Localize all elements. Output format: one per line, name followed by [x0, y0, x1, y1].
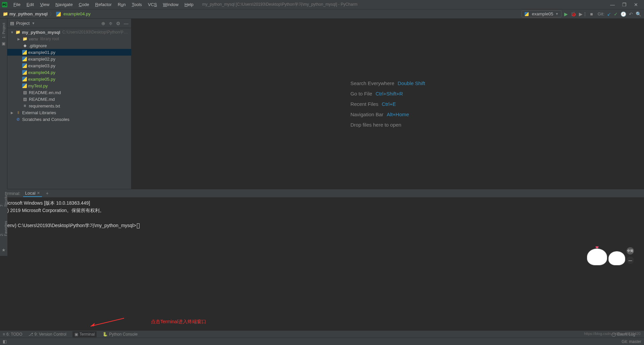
terminal-line: (c) 2019 Microsoft Corporation。保留所有权利。	[3, 207, 641, 214]
minimize-button[interactable]: —	[610, 2, 615, 7]
run-config-selector[interactable]: example05 ▼	[522, 10, 562, 17]
tree-external-libs[interactable]: ▶ ⫴ External Libraries	[7, 109, 131, 116]
left-bottom-gutter: 7: Structure 2: Favorites ★	[0, 189, 7, 256]
breadcrumb-file[interactable]: example04.py	[63, 11, 91, 16]
python-file-icon	[22, 50, 27, 55]
tool-version-control[interactable]: ⎇ 9: Version Control	[29, 332, 66, 337]
svg-line-0	[91, 318, 124, 326]
tree-item[interactable]: ◆.gitignore	[7, 42, 131, 49]
hide-button[interactable]: —	[124, 21, 128, 26]
menu-tools[interactable]: Tools	[129, 1, 145, 8]
tree-item[interactable]: ▶📁venvlibrary root	[7, 36, 131, 42]
mascot-cat-2	[608, 251, 625, 265]
maximize-button[interactable]: ❐	[622, 2, 627, 7]
project-panel-tools: ⊕ ≑ ⚙ —	[101, 21, 128, 26]
tool-python-console[interactable]: 🐍 Python Console	[103, 332, 138, 337]
tree-root[interactable]: ▼ 📁 my_python_mysql C:\Users\20193\Deskt…	[7, 29, 131, 36]
shortcut-hint: Search EverywhereDouble Shift	[351, 80, 425, 86]
tree-item-label: example05.py	[28, 77, 55, 82]
chevron-down-icon: ▼	[32, 21, 35, 25]
collapse-button[interactable]: ≑	[109, 21, 113, 26]
git-branch[interactable]: Git: master	[622, 339, 641, 344]
gutter-project[interactable]: 1: Project	[2, 21, 6, 40]
menu-file[interactable]: File	[11, 1, 23, 8]
tree-item[interactable]: ≡requirements.txt	[7, 102, 131, 109]
menu-window[interactable]: Window	[160, 1, 181, 8]
drop-hint: Drop files here to open	[351, 122, 401, 128]
project-panel-title[interactable]: ▤ Project ▼	[10, 21, 35, 26]
close-tab-icon[interactable]: ✕	[37, 191, 40, 195]
menu-help[interactable]: Help	[182, 1, 196, 8]
terminal-tab-local[interactable]: Local ✕	[23, 190, 42, 197]
tree-item[interactable]: example02.py	[7, 56, 131, 62]
terminal-output[interactable]: Microsoft Windows [版本 10.0.18363.449](c)…	[0, 197, 644, 266]
git-update-button[interactable]: ↙	[607, 11, 611, 17]
terminal-tabs: Terminal: Local ✕ +	[0, 189, 644, 197]
tree-root-path: C:\Users\20193\Desktop\Python学习\m	[62, 29, 131, 35]
git-commit-button[interactable]: ✓	[614, 11, 618, 17]
gutter-structure[interactable]: 7: Structure	[0, 189, 8, 208]
star-icon: ★	[2, 248, 6, 253]
mascot-bubble-2: —	[627, 257, 634, 264]
locate-button[interactable]: ⊕	[101, 21, 105, 26]
menu-refactor[interactable]: Refactor	[93, 1, 114, 8]
tree-item[interactable]: example01.py	[7, 49, 131, 56]
add-terminal-button[interactable]: +	[46, 191, 49, 196]
shortcut-hint: Go to FileCtrl+Shift+R	[351, 91, 425, 96]
run-button[interactable]: ▶	[564, 11, 568, 17]
tree-item[interactable]: myTest.py	[7, 82, 131, 89]
expand-arrow-icon[interactable]: ▼	[10, 30, 14, 34]
menu-edit[interactable]: Edit	[24, 1, 37, 8]
txt-icon: ≡	[22, 104, 28, 108]
tree-item-label: example01.py	[28, 50, 55, 55]
watermark: https://blog.csdn.net/qq_45821420	[584, 332, 641, 336]
breadcrumb-separator: 〉	[50, 11, 54, 17]
run-coverage-button[interactable]: ▶⋮	[579, 11, 587, 17]
toolbar-right: example05 ▼ ▶ 🐞 ▶⋮ ■ Git: ↙ ✓ 🕘 ↶ 🔍	[522, 10, 641, 17]
tree-item[interactable]: example04.py	[7, 69, 131, 76]
tree-item[interactable]: example05.py	[7, 76, 131, 82]
menu-navigate[interactable]: Navigate	[53, 1, 75, 8]
md-icon: ▤	[22, 97, 28, 101]
scratches-icon: ⊘	[15, 117, 21, 122]
search-button[interactable]: 🔍	[636, 11, 641, 17]
python-file-icon	[22, 77, 27, 81]
tree-item[interactable]: ▤README.md	[7, 96, 131, 102]
debug-button[interactable]: 🐞	[571, 11, 576, 17]
settings-button[interactable]: ⚙	[116, 21, 120, 26]
terminal-panel: Terminal: Local ✕ + Microsoft Windows [版…	[0, 189, 644, 266]
status-icon[interactable]: ◧	[3, 339, 7, 344]
project-view-icon: ▤	[10, 21, 14, 26]
terminal-line: (venv) C:\Users\20193\Desktop\Python学习\m…	[3, 222, 641, 229]
breadcrumb-project[interactable]: my_python_mysql	[9, 11, 48, 16]
menu-run[interactable]: Run	[115, 1, 128, 8]
navigation-bar: 📁 my_python_mysql 〉 example04.py example…	[0, 9, 644, 19]
stop-button[interactable]: ■	[590, 11, 593, 17]
expand-arrow-icon[interactable]: ▶	[17, 37, 21, 41]
menu-view[interactable]: View	[37, 1, 52, 8]
menu-code[interactable]: Code	[76, 1, 92, 8]
tree-item[interactable]: ▤README.en.md	[7, 89, 131, 96]
menu-vcs[interactable]: VCS	[145, 1, 160, 8]
folder-icon: 📁	[3, 11, 8, 16]
tool-todo[interactable]: ≡ 6: TODO	[3, 332, 22, 337]
tree-item-label: README.en.md	[29, 90, 61, 95]
tree-root-label: my_python_mysql	[22, 30, 60, 35]
project-panel: ▤ Project ▼ ⊕ ≑ ⚙ — ▼ 📁 my_python_mysql …	[7, 19, 131, 189]
python-icon	[525, 12, 529, 16]
tree-scratches[interactable]: ⊘ Scratches and Consoles	[7, 116, 131, 123]
titlebar: PC File Edit View Navigate Code Refactor…	[0, 0, 644, 9]
expand-arrow-icon[interactable]: ▶	[10, 111, 14, 115]
gutter-favorites[interactable]: 2: Favorites	[0, 218, 8, 237]
close-button[interactable]: ✕	[634, 2, 638, 7]
tree-item-label: myTest.py	[28, 83, 48, 88]
window-controls: — ❐ ✕	[610, 2, 642, 7]
git-revert-button[interactable]: ↶	[629, 11, 633, 17]
tree-item[interactable]: example03.py	[7, 62, 131, 69]
run-config-label: example05	[532, 11, 553, 16]
project-tree[interactable]: ▼ 📁 my_python_mysql C:\Users\20193\Deskt…	[7, 28, 131, 123]
python-file-icon	[22, 83, 27, 88]
git-history-button[interactable]: 🕘	[621, 11, 626, 17]
svg-marker-1	[91, 323, 95, 326]
tool-terminal[interactable]: ▣ Terminal	[72, 331, 97, 337]
